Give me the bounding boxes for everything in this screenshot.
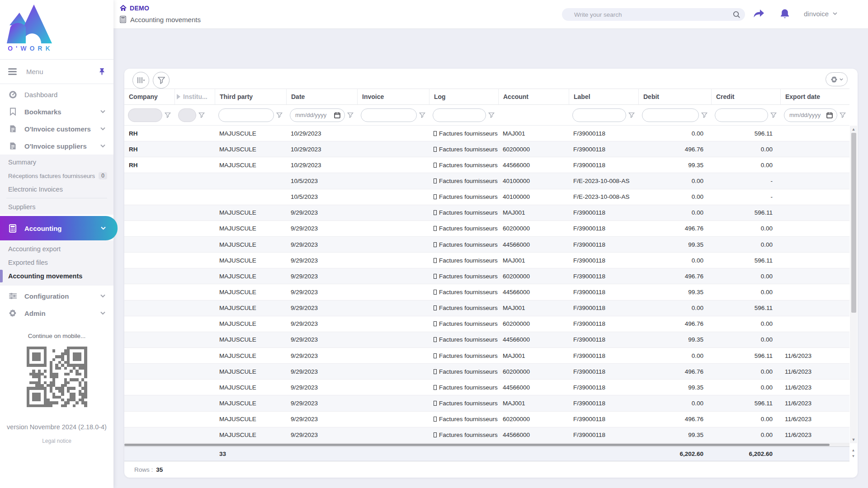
breadcrumb-root[interactable]: DEMO	[130, 5, 149, 12]
user-menu[interactable]: dinvoice	[804, 10, 837, 18]
funnel-filter-icon[interactable]	[701, 112, 708, 118]
filter-input-label[interactable]	[572, 108, 626, 122]
funnel-filter-icon[interactable]	[165, 112, 172, 118]
legal-notice-link[interactable]: Legal notice	[0, 438, 113, 444]
sidebar-item-accounting-movements[interactable]: Accounting movements	[0, 269, 113, 283]
table-row[interactable]: RHMAJUSCULE10/29/2023Factures fournisseu…	[124, 141, 849, 157]
sidebar-item-electronic-invoices[interactable]: Electronic Invoices	[0, 183, 113, 196]
sidebar-item-configuration[interactable]: Configuration	[0, 287, 113, 305]
table-settings-button[interactable]	[826, 72, 848, 86]
cell-account: 40100000	[498, 189, 569, 205]
table-row[interactable]: MAJUSCULE9/29/2023Factures fournisseurs4…	[124, 284, 849, 300]
sidebar-item-oinvoice-suppliers[interactable]: O'Invoice suppliers	[0, 137, 113, 155]
vertical-scrollbar[interactable]: ▲ ▼	[850, 126, 857, 443]
sidebar-item-accounting-active[interactable]: Accounting	[0, 216, 118, 240]
search-input[interactable]	[574, 11, 733, 18]
column-label: Label	[574, 93, 590, 100]
filter-date-input-export-date[interactable]: mm/dd/yyyy	[784, 108, 837, 122]
filter-input-credit[interactable]	[715, 108, 768, 122]
cell-account: 40100000	[498, 173, 569, 188]
bell-icon[interactable]	[778, 7, 792, 21]
funnel-filter-icon[interactable]	[488, 112, 495, 118]
cell-export-date	[780, 332, 849, 347]
qr-code	[27, 347, 87, 407]
table-row[interactable]: MAJUSCULE9/29/2023Factures fournisseurs6…	[124, 268, 849, 284]
table-row[interactable]: RHMAJUSCULE10/29/2023Factures fournisseu…	[124, 126, 849, 141]
filter-input-third-party[interactable]	[218, 108, 274, 122]
scroll-down-arrow[interactable]: ▼	[850, 437, 857, 442]
totals-mini-scrollbar[interactable]: ▲▼	[850, 447, 857, 460]
table-row[interactable]: MAJUSCULE9/29/2023Factures fournisseursM…	[124, 253, 849, 268]
table-row[interactable]: MAJUSCULE9/29/2023Factures fournisseurs6…	[124, 364, 849, 380]
sidebar-item-accounting-export[interactable]: Accounting export	[0, 242, 113, 256]
filter-input-invoice[interactable]	[361, 108, 417, 122]
sidebar-item-summary[interactable]: Summary	[0, 155, 113, 169]
cell-date: 10/29/2023	[286, 141, 357, 157]
cell-log: Factures fournisseurs	[429, 205, 498, 221]
cell-debit: 0.00	[638, 253, 711, 268]
table-row[interactable]: MAJUSCULE9/29/2023Factures fournisseurs6…	[124, 412, 849, 427]
filter-input-debit[interactable]	[642, 108, 699, 122]
table-row[interactable]: MAJUSCULE9/29/2023Factures fournisseurs6…	[124, 316, 849, 332]
funnel-filter-icon[interactable]	[840, 112, 847, 118]
column-header-debit[interactable]: Debit	[638, 89, 711, 104]
column-header-log[interactable]: Log	[429, 89, 498, 104]
cell-institu	[175, 364, 215, 379]
table-row[interactable]: 10/5/2023Factures fournisseurs40100000F/…	[124, 189, 849, 205]
table-row[interactable]: MAJUSCULE9/29/2023Factures fournisseurs6…	[124, 221, 849, 237]
sidebar-item-dashboard[interactable]: Dashboard	[0, 86, 113, 103]
table-row[interactable]: MAJUSCULE9/29/2023Factures fournisseursM…	[124, 395, 849, 411]
column-header-invoice[interactable]: Invoice	[357, 89, 429, 104]
filter-button[interactable]	[153, 72, 170, 89]
sidebar-item-receptions[interactable]: Réceptions factures fournisseurs 0	[0, 169, 113, 183]
table-row[interactable]: 10/5/2023Factures fournisseurs40100000F/…	[124, 173, 849, 189]
column-header-third-party[interactable]: Third party	[215, 89, 286, 104]
column-selector-button[interactable]	[132, 72, 149, 89]
pin-sidebar-icon[interactable]	[99, 68, 105, 75]
table-row[interactable]: MAJUSCULE9/29/2023Factures fournisseursM…	[124, 348, 849, 364]
column-header-credit[interactable]: Credit	[711, 89, 780, 104]
group-expander-icon[interactable]	[177, 94, 180, 99]
column-header-account[interactable]: Account	[498, 89, 569, 104]
column-header-institu[interactable]: Institu...	[175, 89, 215, 104]
sidebar-item-admin[interactable]: Admin	[0, 305, 113, 322]
scrollbar-thumb[interactable]	[851, 133, 856, 313]
cell-account: 44566000	[498, 284, 569, 300]
calendar-icon[interactable]	[334, 112, 340, 118]
cell-debit: 99.35	[638, 237, 711, 252]
sidebar-item-suppliers[interactable]: Suppliers	[0, 200, 113, 214]
table-row[interactable]: MAJUSCULE9/29/2023Factures fournisseurs4…	[124, 332, 849, 348]
column-header-company[interactable]: Company	[124, 89, 175, 104]
table-row[interactable]: MAJUSCULE9/29/2023Factures fournisseurs4…	[124, 237, 849, 253]
sidebar-item-oinvoice-customers[interactable]: O'Invoice customers	[0, 120, 113, 137]
column-header-date[interactable]: Date	[286, 89, 357, 104]
funnel-filter-icon[interactable]	[276, 112, 283, 118]
table-row[interactable]: RHMAJUSCULE10/29/2023Factures fournisseu…	[124, 157, 849, 173]
funnel-filter-icon[interactable]	[770, 112, 778, 118]
column-header-label[interactable]: Label	[569, 89, 638, 104]
sub-item-label: Réceptions factures fournisseurs	[8, 173, 95, 179]
funnel-filter-icon[interactable]	[198, 112, 206, 118]
scroll-up-arrow[interactable]: ▲	[850, 127, 857, 132]
menu-toggle[interactable]: Menu	[0, 60, 113, 84]
total-account	[498, 447, 569, 461]
table-row[interactable]: MAJUSCULE9/29/2023Factures fournisseursM…	[124, 205, 849, 221]
horizontal-scrollbar[interactable]	[124, 443, 849, 446]
filter-input-log[interactable]	[433, 108, 486, 122]
calendar-icon[interactable]	[826, 112, 833, 118]
app-logo[interactable]: O'WORK	[0, 0, 113, 59]
search-icon[interactable]	[733, 11, 741, 19]
table-row[interactable]: MAJUSCULE9/29/2023Factures fournisseursM…	[124, 300, 849, 316]
cell-invoice	[357, 173, 429, 188]
breadcrumb: DEMO Accounting movements	[120, 4, 201, 24]
column-header-export-date[interactable]: Export date	[780, 89, 849, 104]
sidebar-item-bookmarks[interactable]: Bookmarks	[0, 103, 113, 120]
sidebar-item-exported-files[interactable]: Exported files	[0, 256, 113, 269]
funnel-filter-icon[interactable]	[628, 112, 636, 118]
filter-date-input-date[interactable]: mm/dd/yyyy	[290, 108, 345, 122]
funnel-filter-icon[interactable]	[347, 112, 354, 118]
table-row[interactable]: MAJUSCULE9/29/2023Factures fournisseurs4…	[124, 380, 849, 395]
funnel-filter-icon[interactable]	[419, 112, 426, 118]
table-row[interactable]: MAJUSCULE9/29/2023Factures fournisseurs4…	[124, 427, 849, 443]
share-icon[interactable]	[752, 7, 766, 21]
